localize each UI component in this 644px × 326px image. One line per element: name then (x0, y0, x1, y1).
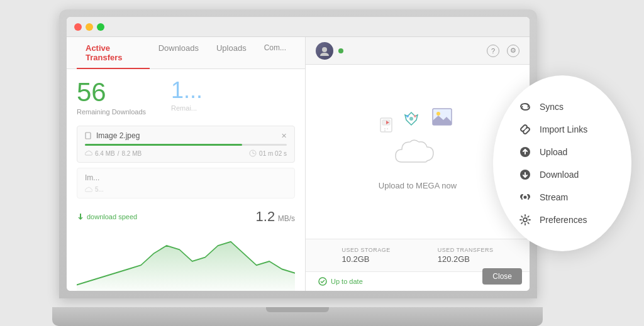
link-icon (518, 122, 532, 136)
tab-downloads[interactable]: Downloads (150, 37, 208, 68)
menu-item-stream[interactable]: Stream (512, 186, 613, 209)
progress-bar-bg (85, 144, 287, 146)
used-transfers: USED TRANSFERS 120.2GB (438, 247, 494, 264)
tab-completed[interactable]: Com... (255, 37, 295, 68)
upload-text: Upload to MEGA now (379, 181, 457, 190)
file-name: Image 2.jpeg (96, 131, 140, 140)
storage-info: USED STORAGE 10.2GB USED TRANSFERS 120.2… (306, 239, 530, 271)
remaining-label: Remaining Downloads (77, 108, 146, 116)
speed-section: download speed 1.2 MB/s (77, 209, 295, 225)
speed-display: 1.2 MB/s (256, 209, 295, 225)
avatar-area (316, 42, 343, 60)
traffic-lights (74, 23, 104, 31)
maximize-dot[interactable] (97, 23, 104, 31)
menu-item-import-links[interactable]: Import Links (512, 118, 613, 141)
svg-point-7 (436, 112, 440, 116)
menu-preferences-label: Preferences (540, 215, 587, 225)
colorful-icon (404, 111, 419, 129)
svg-point-11 (384, 128, 386, 129)
upload-icon (518, 145, 532, 159)
svg-rect-0 (86, 133, 91, 139)
tab-active-transfers[interactable]: Active Transfers (77, 37, 150, 68)
transfers-body: 56 Remaining Downloads 1... Remai... (67, 69, 305, 291)
upload-header: ? ⚙ (306, 37, 530, 65)
window-content: Active Transfers Downloads Uploads Com..… (67, 37, 530, 291)
menu-upload-label: Upload (540, 147, 567, 157)
menu-item-download[interactable]: Download (512, 163, 613, 186)
chart-svg (77, 230, 295, 291)
svg-point-24 (523, 218, 527, 222)
sync-icon (518, 100, 532, 114)
close-dot[interactable] (74, 23, 82, 31)
cloud-icon-2 (85, 187, 92, 193)
svg-point-5 (322, 47, 327, 52)
download-arrow-icon (77, 213, 84, 220)
checkmark-circle-icon (318, 277, 327, 286)
gear-icon (518, 213, 532, 227)
menu-stream-label: Stream (540, 192, 568, 202)
menu-download-label: Download (540, 170, 579, 180)
file-transfer-item-2: Im... 5... (77, 168, 295, 198)
upload-icons-group (380, 108, 455, 171)
info-icon[interactable]: ? (487, 45, 499, 57)
stream-icon (518, 190, 532, 204)
svg-line-18 (524, 128, 526, 131)
file-icon (85, 132, 92, 139)
stats-row: 56 Remaining Downloads 1... Remai... (77, 79, 295, 126)
transfers-panel: Active Transfers Downloads Uploads Com..… (67, 37, 306, 291)
media-floating-icon (380, 117, 397, 138)
svg-point-16 (414, 115, 416, 117)
speed-label: download speed (77, 213, 137, 220)
laptop-base (52, 307, 543, 326)
title-bar (67, 17, 530, 37)
progress-bar-fill (85, 144, 242, 146)
user-avatar (316, 42, 333, 60)
menu-syncs-label: Syncs (540, 102, 564, 112)
laptop-screen-outer: Active Transfers Downloads Uploads Com..… (59, 9, 537, 298)
image-floating-icon (432, 108, 452, 128)
file-meta: 6.4 MB / 8.2 MB (85, 149, 287, 157)
cloud-icon (85, 150, 92, 156)
context-menu: Syncs Import Links Upload (493, 75, 631, 251)
menu-item-preferences[interactable]: Preferences (512, 209, 613, 231)
menu-import-links-label: Import Links (540, 124, 587, 134)
remaining-downloads-stat: 56 Remaining Downloads (77, 79, 146, 126)
close-button[interactable]: Close (482, 268, 522, 285)
svg-point-23 (524, 195, 527, 198)
header-icons: ? ⚙ (487, 45, 519, 57)
secondary-stat: 1... Remai... (171, 79, 203, 126)
status-dot (338, 48, 343, 53)
minimize-dot[interactable] (86, 23, 93, 31)
svg-point-12 (387, 128, 388, 129)
svg-point-14 (409, 117, 413, 121)
file-transfer-item: Image 2.jpeg ✕ (77, 126, 295, 163)
menu-item-syncs[interactable]: Syncs (512, 95, 613, 118)
svg-point-15 (406, 115, 409, 117)
settings-icon[interactable]: ⚙ (507, 45, 519, 57)
app-window: Active Transfers Downloads Uploads Com..… (67, 17, 530, 291)
cloud-upload-icon (392, 137, 443, 171)
used-storage: USED STORAGE 10.2GB (341, 247, 390, 264)
download-icon (518, 168, 532, 182)
svg-line-3 (253, 153, 255, 154)
tabs-bar: Active Transfers Downloads Uploads Com..… (67, 37, 305, 69)
menu-item-upload[interactable]: Upload (512, 141, 613, 163)
speed-chart (77, 230, 295, 291)
remaining-count: 56 (77, 79, 146, 106)
svg-point-13 (384, 130, 386, 131)
laptop-screen-inner: Active Transfers Downloads Uploads Com..… (67, 17, 530, 291)
file-transfer-header: Image 2.jpeg ✕ (85, 131, 287, 140)
tab-uploads[interactable]: Uploads (208, 37, 255, 68)
file-close-button[interactable]: ✕ (281, 132, 287, 140)
clock-icon (249, 149, 257, 157)
scene: Active Transfers Downloads Uploads Com..… (0, 0, 644, 326)
